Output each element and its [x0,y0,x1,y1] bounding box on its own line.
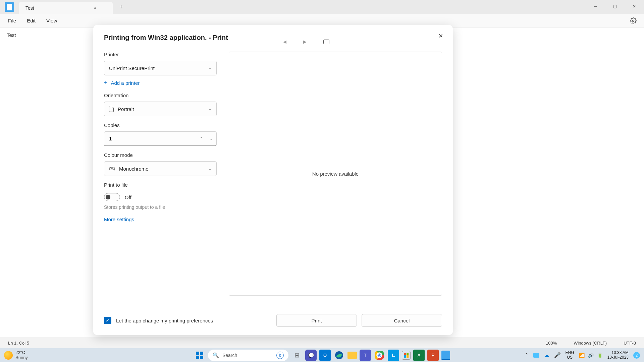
battery-icon: 🔋 [597,353,603,358]
taskbar: 22°C Sunny 🔍 Search b ⊞ 💬 O T L X P [0,348,644,362]
outlook-icon[interactable]: O [319,350,331,361]
printer-value: UniPrint SecurePrint [109,65,155,71]
colour-mode-value: Monochrome [119,166,149,172]
app-l-icon[interactable]: L [388,350,399,361]
tray-app-icon[interactable] [533,353,539,358]
plus-icon: + [104,79,108,86]
cancel-button[interactable]: Cancel [362,314,442,327]
notepad-taskbar-icon[interactable] [441,351,450,360]
start-button[interactable] [194,350,205,361]
orientation-label: Orientation [104,93,217,98]
search-placeholder: Search [222,353,273,358]
preview-placeholder: No preview available [312,171,359,177]
windows-logo-icon [196,352,203,359]
taskbar-search[interactable]: 🔍 Search b [208,350,288,361]
dialog-title: Printing from Win32 application. - Print [104,34,442,42]
svg-point-11 [378,354,381,356]
powerpoint-icon[interactable]: P [427,350,439,361]
clock[interactable]: 10:38 AM 18-Jul-2023 [607,351,629,359]
volume-icon: 🔊 [588,353,594,358]
microphone-icon[interactable]: 🎤 [554,352,561,358]
copies-input[interactable]: 1 ⌃ ⌄ [104,131,217,146]
chevron-down-icon: ⌄ [208,66,212,70]
onedrive-icon[interactable]: ☁ [544,352,549,358]
prev-page-icon[interactable]: ◀ [283,39,286,44]
dialog-backdrop: Printing from Win32 application. - Print… [0,0,644,348]
add-printer-link[interactable]: + Add a printer [104,79,217,86]
dialog-body: Printer UniPrint SecurePrint ⌄ + Add a p… [93,45,453,306]
close-dialog-button[interactable]: ✕ [435,31,446,41]
search-icon: 🔍 [213,352,219,358]
copies-value: 1 [109,136,112,141]
monochrome-icon [109,166,115,171]
printer-label: Printer [104,52,217,57]
tray-overflow-icon[interactable]: ⌃ [524,352,529,358]
allow-preferences-checkbox[interactable]: ✓ [104,317,111,324]
toggle-knob-icon [106,195,110,199]
portrait-icon [109,106,114,112]
orientation-value: Portrait [118,106,134,112]
wifi-icon: 📶 [579,353,585,358]
print-to-file-helper: Stores printing output to a file [104,204,217,210]
weather-condition: Sunny [15,355,28,360]
more-settings-link[interactable]: More settings [104,217,217,222]
quick-settings[interactable]: 📶 🔊 🔋 [579,353,603,358]
taskbar-center: 🔍 Search b ⊞ 💬 O T L X P [194,350,450,361]
preview-navigation: ◀ ▶ [283,39,329,44]
dialog-header: Printing from Win32 application. - Print… [93,25,453,45]
print-dialog: Printing from Win32 application. - Print… [93,25,453,335]
notification-badge[interactable]: 2 [633,352,640,359]
colour-mode-label: Colour mode [104,152,217,158]
chevron-down-icon: ⌄ [208,166,212,171]
bing-icon: b [276,352,284,359]
chevron-down-icon: ⌄ [208,107,212,111]
sun-icon [4,351,13,360]
language-indicator[interactable]: ENG US [566,351,574,359]
copies-decrement[interactable]: ⌄ [210,136,213,141]
edge-icon[interactable] [333,350,345,361]
toggle-state-label: Off [125,194,131,200]
chat-icon[interactable]: 💬 [305,350,317,361]
print-to-file-label: Print to file [104,182,217,188]
copies-increment[interactable]: ⌃ [200,136,203,141]
weather-temp: 22°C [15,350,28,355]
dialog-footer: ✓ Let the app change my printing prefere… [93,306,453,335]
next-page-icon[interactable]: ▶ [303,39,307,44]
print-to-file-row: Off [104,193,217,201]
teams-icon[interactable]: T [360,350,371,361]
print-preview-pane: No preview available [229,52,442,296]
time: 10:38 AM [611,351,629,355]
chrome-icon[interactable] [374,350,385,361]
system-tray: ⌃ ☁ 🎤 ENG US 📶 🔊 🔋 10:38 AM 18-Jul-2023 … [524,351,640,359]
task-view-icon[interactable]: ⊞ [291,350,303,361]
weather-widget[interactable]: 22°C Sunny [4,350,28,360]
file-explorer-icon[interactable] [347,352,357,359]
print-to-file-toggle[interactable] [104,193,120,201]
excel-icon[interactable]: X [413,350,425,361]
orientation-select[interactable]: Portrait ⌄ [104,102,217,116]
checkbox-label: Let the app change my printing preferenc… [116,318,213,323]
copies-label: Copies [104,122,217,128]
fit-page-icon[interactable] [323,40,329,44]
microsoft-store-icon[interactable] [402,351,411,360]
colour-mode-select[interactable]: Monochrome ⌄ [104,161,217,176]
printer-select[interactable]: UniPrint SecurePrint ⌄ [104,61,217,75]
print-settings-column: Printer UniPrint SecurePrint ⌄ + Add a p… [104,52,217,306]
print-button[interactable]: Print [276,314,357,327]
add-printer-label: Add a printer [111,80,140,86]
date: 18-Jul-2023 [607,355,629,360]
